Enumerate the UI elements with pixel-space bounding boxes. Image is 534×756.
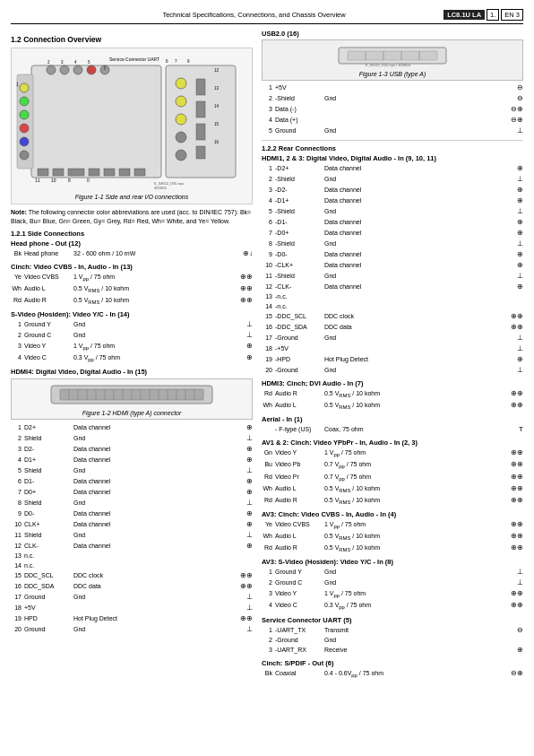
hdmi-figure-box: Figure 1-2 HDMI (type A) connector (11, 378, 253, 420)
hdmi123-row: 16-DDC_SDADDC data⊕⊕ (262, 322, 523, 333)
hdmi123-row: 17-GroundGnd⊥ (262, 333, 523, 343)
sv14-pn-3: 3 (11, 342, 22, 352)
spdif-title: Cinch: S/PDIF - Out (6) (262, 659, 523, 667)
cvbs13-row-3: Rd Audio R 0.5 VRMS / 10 kohm ⊕⊕ (11, 295, 253, 307)
aerial-title: Aerial - In (1) (262, 415, 523, 423)
hdmi4-row: 3D2-Data channel⊕ (11, 444, 253, 455)
svg-rect-0 (31, 65, 161, 178)
section-num: 1. (487, 9, 499, 21)
aerial-row-1: - F-type (US) Coax, 75 ohm T (262, 424, 523, 435)
main-content: 1.2 Connection Overview Service Connecto… (11, 30, 523, 683)
svg-text:15: 15 (214, 122, 220, 126)
hdmi123-row: 5-ShieldGnd⊥ (262, 206, 523, 217)
hdmi4-row: 16DDC_SDADDC data⊕⊕ (11, 581, 253, 592)
hdmi123-row: 9-D0-Data channel⊕ (262, 249, 523, 260)
usb-row: 3Data (-)⊖⊕ (262, 104, 523, 115)
left-column: 1.2 Connection Overview Service Connecto… (11, 30, 253, 683)
sv14-pdesc-4: 0.3 Vpp / 75 ohm (73, 353, 238, 364)
av3c-row-2: Wh Audio L 0.5 VRMS / 10 kohm ⊕⊕ (262, 531, 523, 543)
note-text: Note: The following connector color abbr… (11, 208, 253, 226)
hdmi4-row: 4D1+Data channel⊕ (11, 455, 253, 465)
svg-text:11: 11 (35, 178, 40, 183)
spdif-row-1: Bk Coaxial 0.4 - 0.6Vpp / 75 ohm ⊖⊕ (262, 668, 523, 680)
hdmi4-row: 12CLK-Data channel⊕ (11, 541, 253, 552)
hdmi4-row: 18+5V⊥ (11, 603, 253, 613)
hdmi4-row: 7D0+Data channel⊕ (11, 487, 253, 498)
cvbs13-pn-1: Ye (11, 273, 22, 282)
sv14-row-4: 4 Video C 0.3 Vpp / 75 ohm ⊕ (11, 352, 253, 364)
hdmi4-rows: 1D2+Data channel⊕2ShieldGnd⊥3D2-Data cha… (11, 422, 253, 635)
hp-pin-num: Bk (11, 249, 22, 259)
spdif-section: Cinch: S/PDIF - Out (6) Bk Coaxial 0.4 -… (262, 659, 523, 680)
section-1-2-1: 1.2.1 Side Connections (11, 230, 253, 238)
hdmi-connector-diagram (42, 382, 221, 407)
cvbs13-pn-2: Wh (11, 284, 22, 294)
av3sv-row-3: 3 Video Y 1 Vpp / 75 ohm ⊕⊕ (262, 588, 523, 600)
svg-point-20 (20, 137, 29, 146)
svg-text:13: 13 (214, 86, 220, 91)
svg-text:16: 16 (214, 140, 220, 144)
usb-connector-diagram: E_05532_D22.eps / 3000D4 (334, 43, 451, 68)
hdmi4-row: 2ShieldGnd⊥ (11, 433, 253, 444)
svg-text:8: 8 (68, 178, 71, 183)
hdmi123-row: 7-D0+Data channel⊕ (262, 228, 523, 239)
cvbs13-row-2: Wh Audio L 0.5 VRMS / 10 kohm ⊕⊕ (11, 283, 253, 295)
av12-row-4: Wh Audio L 0.5 VRMS / 10 kohm ⊕⊕ (262, 483, 523, 495)
svg-text:7: 7 (175, 59, 177, 64)
av12-row-2: Bu Video Pb 0.7 Vpp / 75 ohm ⊕⊕ (262, 459, 523, 471)
cvbs13-pname-2: Audio L (24, 284, 73, 294)
hdmi123-row: 20-GroundGnd⊥ (262, 365, 523, 376)
hdmi123-row: 6-D1-Data channel⊕ (262, 217, 523, 228)
headphone-row: Bk Head phone 32 - 600 ohm / 10 mW ⊕↓ (11, 248, 253, 259)
av3sv-row-2: 2 Ground C Gnd ⊥ (262, 578, 523, 588)
hdmi123-row: 2-ShieldGnd⊥ (262, 174, 523, 185)
hdmi123-row: 1-D2+Data channel⊕ (262, 163, 523, 174)
hdmi4-row: 9D0-Data channel⊕ (11, 508, 253, 519)
svg-text:Service Connector UART: Service Connector UART (109, 56, 159, 62)
sv14-pname-3: Video Y (24, 342, 73, 352)
av3c-row-1: Ye Video CVBS 1 Vpp / 75 ohm ⊕⊕ (262, 519, 523, 531)
hdmi4-row: 20GroundGnd⊥ (11, 624, 253, 635)
svg-rect-14 (119, 169, 130, 176)
sv14-picon-1: ⊥ (238, 319, 253, 330)
svg-rect-10 (53, 169, 64, 176)
cvbs13-pdesc-1: 1 Vpp / 75 ohm (73, 273, 238, 283)
av12-row-5: Rd Audio R 0.5 VRMS / 10 kohm ⊕⊕ (262, 495, 523, 507)
header: Technical Specifications, Connections, a… (11, 9, 523, 24)
hdmi4-row: 13n.c. (11, 552, 253, 561)
uart-title: Service Connector UART (5) (262, 616, 523, 624)
svg-point-2 (47, 65, 56, 74)
sv14-picon-3: ⊕ (238, 341, 253, 352)
av3-cvbs-section: AV3: Cinch: Video CVBS - In, Audio - In … (262, 510, 523, 554)
hdmi4-row: 15DDC_SCLDDC clock⊕⊕ (11, 570, 253, 581)
hdmi3-dvi-row-1: Rd Audio R 0.5 VRMS / 10 kohm ⊕⊕ (262, 388, 523, 400)
section-1-2-heading: 1.2 Connection Overview (11, 35, 253, 44)
svg-point-3 (60, 65, 69, 74)
svg-text:10: 10 (51, 178, 56, 183)
svg-point-24 (176, 96, 186, 107)
divider-1 (262, 140, 523, 141)
svg-text:12: 12 (214, 68, 220, 73)
sv14-pname-2: Ground C (24, 331, 73, 341)
svg-point-16 (20, 83, 29, 92)
svg-rect-30 (196, 124, 205, 140)
svg-point-25 (176, 114, 186, 125)
svg-point-19 (20, 124, 29, 133)
svg-point-26 (176, 132, 186, 143)
cvbs13-picon-2: ⊕⊕ (238, 283, 253, 294)
svg-point-4 (73, 65, 82, 74)
svg-rect-15 (134, 169, 145, 176)
svg-text:2: 2 (47, 60, 50, 65)
hdmi3-dvi-title: HDMI3: Cinch; DVI Audio - In (7) (262, 379, 523, 387)
sv14-pdesc-2: Gnd (73, 331, 238, 341)
svg-text:3000D5: 3000D5 (154, 186, 168, 190)
usb-row: 2-ShieldGnd⊖ (262, 93, 523, 104)
svg-text:14: 14 (214, 104, 220, 109)
svg-point-23 (176, 78, 186, 89)
hdmi123-title: HDMI1, 2 & 3: Digital Video, Digital Aud… (262, 154, 523, 162)
sv14-picon-4: ⊕ (238, 352, 253, 363)
uart-row-2: 2 -Ground Gnd (262, 636, 523, 646)
hdmi123-row: 13-n.c. (262, 292, 523, 302)
hdmi123-row: 19-HPDHot Plug Detect⊕ (262, 354, 523, 365)
note-content: The following connector color abbreviati… (11, 209, 251, 224)
